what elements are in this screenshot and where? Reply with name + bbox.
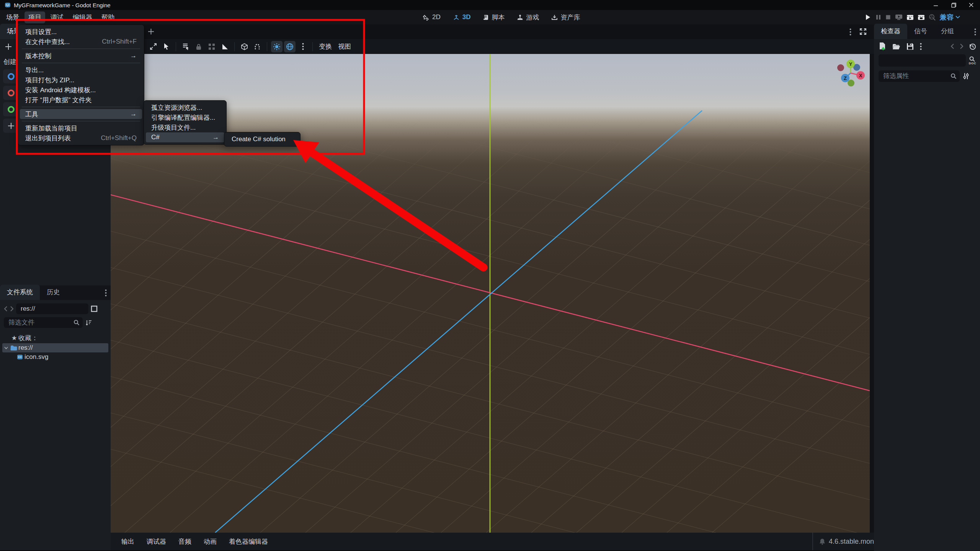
- panel-shader-editor-button[interactable]: 着色器编辑器: [223, 535, 274, 548]
- axis-neg-x-handle: [837, 64, 844, 71]
- tab-signals[interactable]: 信号: [907, 24, 934, 39]
- tree-row-root[interactable]: res://: [2, 343, 108, 352]
- nav-back-icon[interactable]: [4, 306, 8, 312]
- menu-item-open-user-data-folder[interactable]: 打开 “用户数据” 文件夹: [20, 95, 142, 105]
- movie-maker-button[interactable]: [929, 14, 936, 21]
- view-menu-button[interactable]: 视图: [335, 41, 354, 52]
- menu-item-quit-to-project-list[interactable]: 退出到项目列表Ctrl+Shift+Q: [20, 133, 142, 143]
- edit-history-icon[interactable]: [969, 43, 976, 50]
- history-forward-icon[interactable]: [960, 43, 964, 49]
- menu-item-export[interactable]: 导出...: [20, 65, 142, 75]
- sort-files-icon[interactable]: [86, 320, 92, 326]
- panel-output-button[interactable]: 输出: [115, 535, 140, 548]
- favorites-row[interactable]: ★ 收藏：: [0, 333, 111, 342]
- add-node-button[interactable]: [5, 43, 12, 51]
- dock-options-icon[interactable]: [105, 289, 107, 297]
- menu-item-version-control[interactable]: 版本控制→: [20, 51, 142, 61]
- path-field[interactable]: [16, 303, 88, 314]
- open-docs-icon[interactable]: DOC: [969, 56, 976, 65]
- collapse-chevron-icon[interactable]: [3, 347, 9, 349]
- save-icon[interactable]: [906, 43, 914, 50]
- menu-item-create-csharp-solution[interactable]: Create C# solution: [226, 134, 298, 144]
- workspace-3d-button[interactable]: 3D: [449, 12, 475, 23]
- menu-item-pack-zip[interactable]: 项目打包为 ZIP...: [20, 75, 142, 85]
- scale-mode-icon[interactable]: [147, 41, 159, 52]
- local-space-icon[interactable]: [238, 41, 250, 52]
- workspace-game-button[interactable]: 游戏: [513, 11, 543, 23]
- menu-item-reload-project[interactable]: 重新加载当前项目: [20, 123, 142, 133]
- menu-item-csharp[interactable]: C#→: [146, 132, 224, 142]
- select-mode-icon[interactable]: [160, 41, 172, 52]
- menu-item-project-settings[interactable]: 项目设置...: [20, 27, 142, 37]
- renderer-selector[interactable]: 兼容: [940, 13, 960, 22]
- panel-audio-button[interactable]: 音频: [172, 535, 198, 548]
- close-button[interactable]: [962, 0, 980, 10]
- godot-logo-icon: [5, 2, 11, 8]
- 2d-icon: [423, 14, 430, 21]
- lock-icon[interactable]: [193, 41, 204, 52]
- new-scene-tab-button[interactable]: [147, 28, 155, 35]
- preview-environment-icon[interactable]: [284, 41, 296, 52]
- load-resource-icon[interactable]: [892, 43, 900, 50]
- plus-icon: [7, 122, 15, 130]
- inspector-tabbar: 检查器 信号 分组: [874, 24, 980, 39]
- tab-history[interactable]: 历史: [40, 285, 67, 300]
- preview-sun-icon[interactable]: [271, 41, 283, 52]
- tab-inspector[interactable]: 检查器: [874, 24, 907, 39]
- workspace-2d-button[interactable]: 2D: [419, 12, 444, 23]
- toggle-split-icon[interactable]: [91, 305, 98, 312]
- main-toolbar: 场景 项目 调试 编辑器 帮助 2D 3D 脚本 游戏 资产库: [0, 10, 980, 24]
- game-icon: [517, 14, 523, 21]
- workspace-script-button[interactable]: 脚本: [479, 11, 508, 23]
- stop-button[interactable]: [885, 14, 891, 20]
- assetlib-icon: [551, 14, 558, 21]
- play-custom-scene-button[interactable]: [918, 14, 925, 21]
- view-axis-gizmo[interactable]: Y X Z: [828, 54, 870, 92]
- distraction-free-icon[interactable]: [859, 28, 867, 35]
- resource-options-icon[interactable]: [920, 43, 922, 50]
- menu-help[interactable]: 帮助: [98, 11, 118, 23]
- property-tools-icon[interactable]: [963, 73, 969, 80]
- menu-item-install-android-template[interactable]: 安装 Android 构建模板...: [20, 85, 142, 95]
- menu-item-tools[interactable]: 工具→: [20, 109, 142, 119]
- tab-filesystem[interactable]: 文件系统: [0, 285, 40, 300]
- svg-text:Z: Z: [844, 75, 847, 81]
- window-title: MyGFrameworkGame - Godot Engine: [14, 2, 111, 8]
- group-icon[interactable]: [206, 41, 217, 52]
- play-scene-button[interactable]: [895, 14, 903, 21]
- menu-item-find-in-files[interactable]: 在文件中查找...Ctrl+Shift+F: [20, 37, 142, 47]
- play-button[interactable]: [864, 14, 871, 21]
- star-icon: ★: [10, 334, 18, 342]
- panel-animation-button[interactable]: 动画: [198, 535, 223, 548]
- minimize-button[interactable]: [927, 0, 945, 10]
- panel-debugger-button[interactable]: 调试器: [140, 535, 172, 548]
- maximize-button[interactable]: [945, 0, 962, 10]
- snap-icon[interactable]: [252, 41, 263, 52]
- property-filter-input[interactable]: [883, 72, 941, 80]
- menu-editor[interactable]: 编辑器: [69, 11, 96, 23]
- menu-debug[interactable]: 调试: [47, 11, 67, 23]
- workspace-assetlib-button[interactable]: 资产库: [547, 11, 584, 23]
- notification-bell-icon: [819, 538, 825, 545]
- play-current-scene-button[interactable]: [906, 14, 914, 21]
- pause-button[interactable]: [875, 14, 881, 20]
- menu-item-orphan-resource-explorer[interactable]: 孤立资源浏览器...: [146, 103, 224, 112]
- list-select-icon[interactable]: [180, 41, 191, 52]
- sun-env-options-icon[interactable]: [297, 41, 309, 52]
- menu-scene[interactable]: 场景: [2, 11, 23, 23]
- titlebar: MyGFrameworkGame - Godot Engine: [0, 0, 980, 10]
- nav-forward-icon[interactable]: [10, 306, 14, 312]
- history-back-icon[interactable]: [951, 43, 954, 49]
- version-button[interactable]: 4.6.stable.mono: [812, 533, 878, 550]
- menu-item-engine-compile-config[interactable]: 引擎编译配置编辑器...: [146, 112, 224, 122]
- menu-item-upgrade-project-files[interactable]: 升级项目文件...: [146, 122, 224, 132]
- file-filter-input[interactable]: [8, 319, 62, 326]
- menu-project[interactable]: 项目: [24, 11, 45, 23]
- viewport-options-icon[interactable]: [849, 28, 851, 36]
- transform-menu-button[interactable]: 变换: [316, 41, 335, 52]
- tree-row-file[interactable]: icon.svg: [0, 352, 111, 362]
- tab-groups[interactable]: 分组: [934, 24, 961, 39]
- ruler-mode-icon[interactable]: [219, 41, 230, 52]
- new-resource-icon[interactable]: [879, 42, 886, 51]
- inspector-dock-options-icon[interactable]: [974, 28, 976, 36]
